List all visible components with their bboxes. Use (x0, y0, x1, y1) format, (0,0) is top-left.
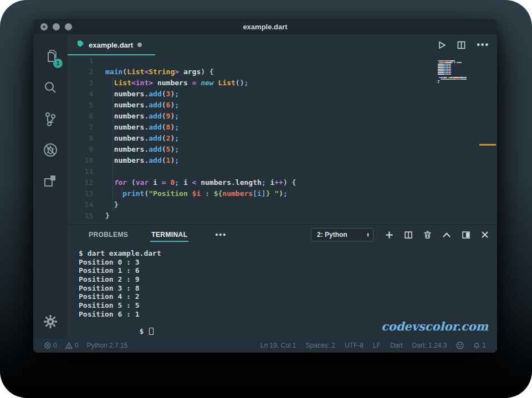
debug-icon[interactable] (42, 142, 59, 158)
maximize-panel-icon[interactable] (462, 231, 470, 239)
status-item[interactable]: Ln 19, Col 1 (260, 342, 296, 349)
line-number: 7 (68, 122, 93, 133)
tab-terminal[interactable]: TERMINAL (151, 225, 187, 245)
minimap-line (438, 79, 467, 80)
terminal-select-value: 2: Python (317, 231, 361, 239)
feedback-smiley-icon[interactable] (456, 342, 464, 349)
line-number: 1 (68, 55, 93, 66)
code-editor[interactable]: 12main(List<String> args) {3 List<int> n… (68, 55, 497, 224)
code-line: 15} (68, 210, 497, 221)
status-item[interactable]: Dart: 1.24.3 (412, 342, 447, 349)
source-control-icon[interactable] (42, 111, 59, 127)
explorer-icon[interactable]: 1 (42, 49, 59, 65)
terminal-line: Position 5 : 5 (79, 301, 497, 310)
search-icon[interactable] (42, 80, 59, 96)
tab-bar: example.dart (68, 34, 497, 55)
minimap-line (438, 65, 467, 66)
code-line: 11 (68, 166, 497, 177)
chevron-up-icon[interactable] (443, 232, 451, 237)
line-number: 4 (68, 89, 93, 100)
minimap-line (438, 60, 467, 61)
status-item[interactable]: UTF-8 (345, 342, 364, 349)
minimap-line (438, 80, 467, 81)
indent-guide (112, 77, 113, 210)
line-number: 6 (68, 111, 93, 122)
kill-terminal-icon[interactable] (424, 231, 431, 239)
explorer-badge: 1 (53, 59, 63, 68)
minimap-line (438, 62, 467, 63)
minimap-line (438, 75, 467, 76)
line-number: 10 (68, 155, 93, 166)
terminal-line: Position 2 : 9 (79, 275, 497, 284)
line-number: 5 (68, 100, 93, 111)
more-actions-icon[interactable]: ••• (477, 40, 489, 50)
notifications-bell[interactable]: 1 (473, 342, 486, 349)
tab-problems[interactable]: PROBLEMS (89, 225, 128, 245)
panel-more-icon[interactable]: ••• (215, 230, 227, 239)
editor-actions: ••• (438, 34, 489, 55)
bell-icon (473, 342, 480, 349)
minimap-line (438, 67, 467, 68)
minimap-line (438, 59, 467, 60)
overview-ruler-marker (479, 144, 496, 146)
line-number: 11 (68, 166, 93, 177)
terminal-line: Position 6 : 1 (79, 310, 497, 319)
vscode-window: example.dart 1 (33, 19, 497, 353)
code-line: 8 numbers.add(2); (68, 133, 497, 144)
minimap-line (438, 72, 467, 73)
code-line: 12 for (var i = 0; i < numbers.length; i… (68, 177, 497, 188)
title-bar: example.dart (33, 19, 497, 34)
code-line: 7 numbers.add(8); (68, 122, 497, 133)
line-number: 14 (68, 199, 93, 210)
warning-icon (65, 342, 73, 349)
terminal-select[interactable]: 2: Python ▲▼ (311, 228, 374, 241)
window-title: example.dart (33, 23, 497, 31)
unsaved-changes-dot[interactable] (137, 43, 142, 47)
code-line: 5 numbers.add(6); (68, 100, 497, 111)
minimap-line (438, 77, 467, 78)
minimap[interactable] (438, 59, 467, 84)
terminal-line: Position 0 : 3 (79, 258, 497, 267)
split-editor-icon[interactable] (457, 41, 466, 49)
line-number: 13 (68, 188, 93, 199)
terminal-line: Position 4 : 2 (79, 292, 497, 301)
minimap-line (438, 70, 467, 71)
terminal-line: Position 1 : 6 (79, 266, 497, 275)
tab-label: example.dart (89, 41, 133, 49)
status-item[interactable]: LF (373, 342, 381, 349)
status-item[interactable]: Dart (390, 342, 403, 349)
dart-file-icon (76, 40, 84, 50)
screenshot-frame: example.dart 1 (0, 0, 532, 398)
line-number: 15 (68, 210, 93, 221)
code-line: 4 numbers.add(3); (68, 89, 497, 100)
line-number: 2 (68, 66, 93, 77)
error-icon (44, 342, 51, 349)
errors-status[interactable]: 0 (44, 342, 57, 349)
select-arrows-icon: ▲▼ (366, 232, 370, 237)
line-number: 12 (68, 177, 93, 188)
split-terminal-icon[interactable] (405, 231, 412, 239)
run-icon[interactable] (438, 41, 446, 49)
status-item[interactable]: Spaces: 2 (306, 342, 335, 349)
terminal-line: $ dart example.dart (79, 249, 497, 258)
line-number: 8 (68, 133, 93, 144)
code-line: 3 List<int> numbers = new List(); (68, 77, 497, 89)
code-line: 14 } (68, 199, 497, 210)
new-terminal-icon[interactable] (386, 231, 393, 239)
close-panel-icon[interactable] (482, 231, 488, 238)
terminal-line: Position 3 : 8 (79, 284, 497, 293)
extensions-icon[interactable] (42, 173, 59, 189)
minimap-line (438, 64, 467, 65)
warnings-status[interactable]: 0 (65, 342, 79, 349)
settings-gear-icon[interactable] (43, 314, 58, 329)
minimap-line (438, 69, 467, 70)
minimap-line (438, 74, 467, 75)
indent-guide (121, 188, 122, 199)
tab-example-dart[interactable]: example.dart (68, 34, 155, 55)
code-line: 13 print("Position $i : ${numbers[i]} ")… (68, 188, 497, 199)
code-line: 10 numbers.add(1); (68, 155, 497, 166)
activity-bar: 1 (33, 34, 68, 338)
code-line: 9 numbers.add(5); (68, 144, 497, 155)
bottom-panel: PROBLEMS TERMINAL ••• 2: Python ▲▼ (68, 224, 497, 338)
terminal-cursor (149, 328, 154, 335)
